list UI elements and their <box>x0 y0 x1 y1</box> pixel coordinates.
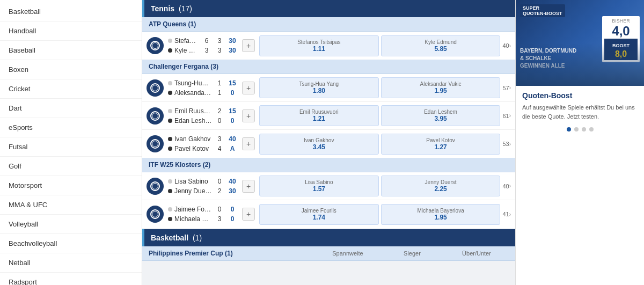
add-to-betslip-button[interactable]: + <box>242 82 255 94</box>
challenger-fergana-subsection: Challenger Fergana (3) Tsung-Hua ... 1 1… <box>142 60 515 158</box>
ad-dot-2[interactable] <box>574 127 579 131</box>
odds-team2-button[interactable]: Jenny Duerst 2.25 <box>381 176 501 196</box>
sidebar-item-esports[interactable]: eSports <box>0 118 142 137</box>
sport-icon <box>147 178 164 195</box>
ad-super-tag: SUPERQUOTEN-BOOST <box>520 4 565 17</box>
add-to-betslip-button[interactable]: + <box>242 109 255 122</box>
tennis-title: Tennis (17) <box>151 4 192 13</box>
odds-team1-button[interactable]: Ivan Gakhov 3.45 <box>259 134 379 155</box>
odds-team2-button[interactable]: Pavel Kotov 1.27 <box>381 134 501 155</box>
itf-klosters-subsection: ITF W25 Klosters (2) Lisa Sabino 0 40 Je… <box>142 158 515 228</box>
sidebar-item-boxen[interactable]: Boxen <box>0 60 142 79</box>
team2-score-b: 3 <box>214 46 225 55</box>
team1-line: Tsung-Hua ... 1 15 <box>168 78 238 88</box>
team1-name: Lisa Sabino <box>174 177 212 186</box>
teams-column: Jaimee Fou... 0 0 Michaela Ba... 3 0 <box>168 204 238 224</box>
team2-line: Edan Leshem 0 0 <box>168 116 238 126</box>
team1-dot <box>168 207 172 211</box>
main-content: Tennis (17) ATP Queens (1) Stefanos... 6… <box>142 0 515 285</box>
more-markets-link[interactable]: 61 › <box>502 113 511 119</box>
sidebar-item-beachvolleyball[interactable]: Beachvolleyball <box>0 234 142 253</box>
odds-team2-button[interactable]: Edan Leshem 3.95 <box>381 105 501 126</box>
team1-name: Tsung-Hua ... <box>174 78 212 88</box>
table-row: Lisa Sabino 0 40 Jenny Duerst 2 30 + Lis… <box>142 172 515 200</box>
ad-text-area: Quoten-Boost Auf ausgewählte Spiele erhä… <box>516 86 644 137</box>
tennis-ball-icon <box>150 139 160 149</box>
sidebar-item-dart[interactable]: Dart <box>0 99 142 118</box>
team1-name: Emil Ruusuv... <box>174 106 212 116</box>
more-markets-link[interactable]: 57 › <box>502 85 511 91</box>
sidebar-item-volleyball[interactable]: Volleyball <box>0 215 142 234</box>
odds-group: Lisa Sabino 1.57 Jenny Duerst 2.25 <box>259 176 500 196</box>
add-to-betslip-button[interactable]: + <box>242 180 255 193</box>
odds-team2-button[interactable]: Michaela Bayerlova 1.95 <box>381 204 501 225</box>
add-to-betslip-button[interactable]: + <box>242 39 255 52</box>
philippines-premier-cup-header: Philippines Premier Cup (1) Spannweite S… <box>142 246 515 261</box>
team2-line: Pavel Kotov 4 A <box>168 144 238 154</box>
team1-dot <box>168 137 172 141</box>
ad-dot-3[interactable] <box>582 127 586 131</box>
philippines-subsection: Philippines Premier Cup (1) Spannweite S… <box>142 246 515 261</box>
team2-dot <box>168 217 172 221</box>
more-markets-link[interactable]: 53 › <box>502 141 511 147</box>
team1-line: Stefanos... 6 3 30 <box>168 36 238 46</box>
team1-name: Jaimee Fou... <box>174 204 212 214</box>
tennis-section: Tennis (17) ATP Queens (1) Stefanos... 6… <box>142 0 515 228</box>
tennis-ball-icon <box>150 209 160 219</box>
more-markets-link[interactable]: 40 › <box>502 42 511 49</box>
ad-banner[interactable]: SUPERQUOTEN-BOOST BAYERN, DORTMUND& SCHA… <box>516 0 644 86</box>
team2-dot <box>168 48 172 53</box>
sidebar-item-mma[interactable]: MMA & UFC <box>0 195 142 215</box>
odds-team1-button[interactable]: Lisa Sabino 1.57 <box>259 176 379 196</box>
team2-dot <box>168 119 172 123</box>
table-row: Emil Ruusuv... 2 15 Edan Leshem 0 0 + Em… <box>142 102 515 130</box>
odds-team2-button[interactable]: Kyle Edmund 5.85 <box>381 35 501 56</box>
ad-title: Quoten-Boost <box>522 91 638 100</box>
team2-line: Aleksandar ... 1 0 <box>168 88 238 98</box>
more-markets-link[interactable]: 40 › <box>502 183 511 189</box>
tennis-count: (17) <box>179 4 192 13</box>
odds-team2-button[interactable]: Aleksandar Vukic 1.95 <box>381 77 501 98</box>
team2-dot <box>168 147 172 151</box>
team2-name: Jenny Duerst <box>174 186 212 196</box>
team2-score-c: 30 <box>227 46 238 55</box>
odds-team1-button[interactable]: Tsung-Hua Yang 1.80 <box>259 77 379 98</box>
ad-dot-1[interactable] <box>567 127 571 131</box>
sidebar-item-futsal[interactable]: Futsal <box>0 137 142 157</box>
add-to-betslip-button[interactable]: + <box>242 137 255 150</box>
odds-team1-button[interactable]: Emil Ruusuvuori 1.21 <box>259 105 379 126</box>
odds-team1-button[interactable]: Stefanos Tsitsipas 1.11 <box>259 35 379 56</box>
teams-column: Emil Ruusuv... 2 15 Edan Leshem 0 0 <box>168 106 238 126</box>
sidebar-item-cricket[interactable]: Cricket <box>0 79 142 99</box>
sidebar-item-motorsport[interactable]: Motorsport <box>0 176 142 195</box>
team1-line: Emil Ruusuv... 2 15 <box>168 106 238 116</box>
team1-name: Stefanos... <box>174 36 199 46</box>
challenger-fergana-header: Challenger Fergana (3) <box>142 60 515 74</box>
ad-dot-4[interactable] <box>589 127 594 131</box>
teams-column: Stefanos... 6 3 30 Kyle Edm... 3 3 30 <box>168 36 238 55</box>
teams-column: Ivan Gakhov 3 40 Pavel Kotov 4 A <box>168 134 238 154</box>
odds-team1-button[interactable]: Jaimee Fourlis 1.74 <box>259 204 379 225</box>
sidebar-item-radsport[interactable]: Radsport <box>0 273 142 285</box>
add-to-betslip-button[interactable]: + <box>242 208 255 221</box>
basketball-count: (1) <box>193 233 202 242</box>
sidebar-item-baseball[interactable]: Baseball <box>0 41 142 60</box>
bisher-value: 4,0 <box>604 24 638 39</box>
sidebar-item-handball[interactable]: Handball <box>0 21 142 41</box>
team2-line: Kyle Edm... 3 3 30 <box>168 46 238 55</box>
tennis-ball-icon <box>150 111 160 121</box>
sport-icon <box>147 206 164 223</box>
team2-name: Aleksandar ... <box>174 88 212 98</box>
sidebar-item-golf[interactable]: Golf <box>0 157 142 176</box>
col-uberUnter: Über/Unter <box>444 250 509 257</box>
sidebar-item-basketball[interactable]: Basketball <box>0 2 142 21</box>
sport-icon <box>147 79 164 97</box>
tennis-ball-icon <box>150 41 160 50</box>
team1-score-a: 6 <box>201 36 212 46</box>
odds-group: Ivan Gakhov 3.45 Pavel Kotov 1.27 <box>259 134 500 155</box>
sidebar-item-netball[interactable]: Netball <box>0 253 142 273</box>
odds-group: Jaimee Fourlis 1.74 Michaela Bayerlova 1… <box>259 204 500 225</box>
team1-line: Jaimee Fou... 0 0 <box>168 204 238 214</box>
team2-name: Kyle Edm... <box>174 46 199 55</box>
more-markets-link[interactable]: 41 › <box>502 211 511 217</box>
